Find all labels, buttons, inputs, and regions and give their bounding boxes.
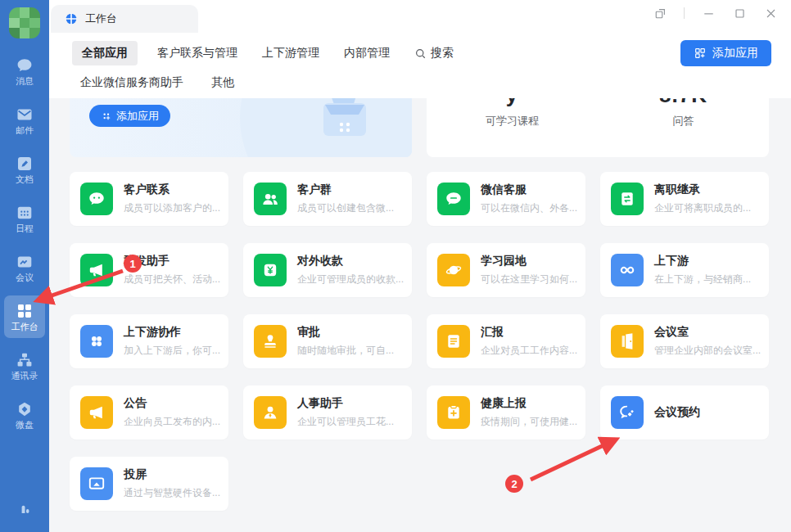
app-card-meeting-booking[interactable]: 会议预约: [600, 385, 769, 440]
app-description: 企业对员工工作内容...: [481, 344, 577, 358]
app-card-wechat-service[interactable]: 微信客服可以在微信内、外各...: [427, 172, 585, 226]
tab-workbench[interactable]: 工作台: [51, 5, 198, 33]
app-title: 上下游协作: [124, 325, 220, 340]
sidebar-item-messages[interactable]: 消息: [4, 50, 45, 92]
app-title: 离职继承: [654, 183, 751, 197]
nav-other[interactable]: 其他: [211, 75, 234, 90]
stamp-icon: [254, 325, 287, 358]
secondary-nav: 企业微信服务商助手 其他: [72, 75, 771, 90]
app-description: 随时随地审批，可自...: [297, 344, 394, 358]
clipboard-plus-icon: [437, 396, 470, 429]
chat-bubble-icon: [16, 56, 34, 74]
app-title: 投屏: [124, 467, 220, 482]
sidebar-item-drive[interactable]: 微盘: [4, 394, 45, 436]
gift-box-illustration: [281, 98, 379, 157]
app-card-resign-inherit[interactable]: 离职继承企业可将离职成员的...: [600, 172, 769, 226]
nav-supply-mgmt[interactable]: 上下游管理: [262, 46, 319, 61]
app-card-customer-group[interactable]: 客户群成员可以创建包含微...: [243, 172, 412, 226]
app-title: 汇报: [481, 325, 577, 340]
banner-row: 添加应用: [70, 98, 769, 157]
sidebar-item-meeting[interactable]: 会议: [4, 246, 45, 289]
envelope-icon: [16, 106, 34, 124]
app-description: 成员可以创建包含微...: [297, 201, 394, 215]
workbench-icon: [16, 302, 34, 320]
minimize-icon[interactable]: [701, 6, 716, 20]
window-controls: [653, 6, 778, 20]
app-description: 在上下游，与经销商...: [654, 273, 751, 286]
sidebar-item-docs[interactable]: 文档: [4, 148, 45, 191]
titlebar: 工作台: [49, 0, 791, 33]
person-icon: [254, 396, 287, 429]
sidebar-item-calendar[interactable]: 日程: [4, 197, 45, 240]
app-description: 成员可以添加客户的...: [124, 201, 220, 215]
search-icon: [414, 47, 427, 60]
app-card-external-payment[interactable]: 对外收款企业可管理成员的收款...: [243, 243, 412, 297]
app-card-learning-garden[interactable]: 学习园地可以在这里学习如何...: [427, 243, 585, 297]
workbench-tab-icon: [65, 12, 78, 25]
app-card-report[interactable]: 汇报企业对员工工作内容...: [427, 314, 585, 368]
door-icon: [611, 325, 644, 358]
app-description: 通过与智慧硬件设备...: [124, 486, 220, 500]
app-card-health-report[interactable]: 健康上报疫情期间，可使用健...: [427, 385, 585, 440]
app-grid: 客户联系成员可以添加客户的...客户群成员可以创建包含微...微信客服可以在微信…: [70, 172, 769, 511]
sidebar-item-workbench[interactable]: 工作台: [4, 295, 45, 338]
stat-courses-value: y: [506, 98, 518, 107]
doc-pen-icon: [16, 155, 34, 173]
close-icon[interactable]: [763, 6, 778, 20]
sidebar: 消息邮件文档日程会议工作台通讯录微盘: [0, 0, 49, 532]
app-card-group-helper[interactable]: 群发助手成员可把关怀、活动...: [70, 243, 228, 297]
app-title: 公告: [124, 396, 220, 411]
main-area: 工作台: [49, 0, 791, 532]
nav-customer-mgmt[interactable]: 客户联系与管理: [157, 46, 237, 61]
app-description: 加入上下游后，你可...: [124, 344, 220, 358]
wechat-bubble-icon: [80, 183, 113, 215]
four-dots-icon: [80, 325, 113, 358]
people-icon: [254, 183, 287, 215]
add-app-banner[interactable]: 添加应用: [70, 98, 412, 157]
add-app-button[interactable]: 添加应用: [680, 40, 771, 66]
app-title: 群发助手: [124, 254, 220, 268]
primary-nav: 全部应用 客户联系与管理 上下游管理 内部管理 搜索: [72, 41, 771, 65]
app-description: 疫情期间，可使用健...: [481, 415, 577, 429]
sidebar-item-label: 文档: [16, 174, 34, 184]
sidebar-nav: 消息邮件文档日程会议工作台通讯录微盘: [0, 50, 49, 443]
app-title: 会议室: [654, 325, 761, 340]
maximize-icon[interactable]: [732, 6, 747, 20]
add-grid-icon: [694, 47, 707, 60]
meeting-icon: [16, 253, 34, 271]
learning-stats-card[interactable]: y 可学习课程 8.7K 问答: [427, 98, 769, 157]
banner-add-app-button[interactable]: 添加应用: [89, 105, 170, 127]
stat-qa-value: 8.7K: [659, 98, 707, 107]
tab-title: 工作台: [85, 11, 117, 26]
sidebar-item-label: 消息: [16, 76, 34, 86]
sidebar-item-label: 会议: [16, 273, 34, 282]
app-title: 客户群: [297, 183, 394, 197]
nav-all-apps[interactable]: 全部应用: [72, 41, 138, 65]
nav-service-provider[interactable]: 企业微信服务商助手: [80, 75, 183, 90]
app-card-supply-chain[interactable]: 上下游在上下游，与经销商...: [600, 243, 769, 297]
doc-lines-icon: [437, 325, 470, 358]
megaphone-icon: [80, 254, 113, 286]
app-card-customer-contact[interactable]: 客户联系成员可以添加客户的...: [70, 172, 228, 226]
sidebar-item-contacts[interactable]: 通讯录: [4, 345, 45, 387]
avatar[interactable]: [9, 7, 40, 38]
app-card-approval[interactable]: 审批随时随地审批，可自...: [243, 314, 412, 368]
search-button[interactable]: 搜索: [414, 46, 454, 61]
yen-icon: [254, 254, 287, 286]
popout-icon[interactable]: [653, 6, 667, 20]
app-title: 人事助手: [297, 396, 394, 411]
app-window: 消息邮件文档日程会议工作台通讯录微盘 工作台: [0, 0, 791, 532]
chat-dash-icon: [437, 183, 470, 215]
app-grid-area: 添加应用: [49, 98, 791, 532]
sidebar-item-mail[interactable]: 邮件: [4, 99, 45, 142]
app-card-supply-collab[interactable]: 上下游协作加入上下游后，你可...: [70, 314, 228, 368]
nav-internal-mgmt[interactable]: 内部管理: [344, 46, 390, 61]
app-card-screen-cast[interactable]: 投屏通过与智慧硬件设备...: [70, 457, 228, 511]
planet-icon: [437, 254, 470, 286]
app-card-hr-helper[interactable]: 人事助手企业可以管理员工花...: [243, 385, 412, 440]
app-title: 对外收款: [297, 254, 404, 268]
workspace-stats-icon[interactable]: [14, 498, 35, 519]
app-card-meeting-room[interactable]: 会议室管理企业内部的会议室...: [600, 314, 769, 368]
app-card-announcement[interactable]: 公告企业向员工发布的内...: [70, 385, 228, 440]
sidebar-item-label: 通讯录: [11, 371, 38, 381]
